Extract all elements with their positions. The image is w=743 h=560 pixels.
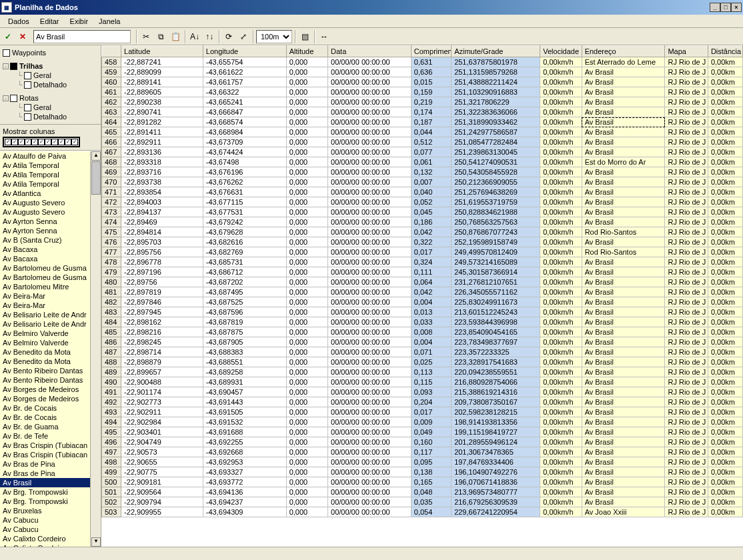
table-row[interactable]: 471-22,893854-43,6766310,00000/00/00 00:… [102, 187, 743, 197]
menu-janela[interactable]: Janela [93, 16, 125, 27]
list-item[interactable]: Av Benedito da Mota [0, 347, 101, 357]
sort-asc-icon[interactable]: A↓ [188, 30, 201, 43]
col-check-6[interactable]: ✓ [45, 139, 51, 145]
table-row[interactable]: 465-22,891411-43,6689840,00000/00/00 00:… [102, 127, 743, 137]
col-check-7[interactable]: ✓ [51, 139, 58, 145]
list-item[interactable]: Av Bento Ribeiro Dantas [0, 366, 101, 375]
col-check-1[interactable]: ✓ [11, 139, 18, 145]
column-header[interactable]: Latitude [121, 46, 203, 57]
table-row[interactable]: 479-22,897196-43,6867120,00000/00/00 00:… [102, 267, 743, 277]
list-item[interactable]: Av Br. de Cocais [0, 413, 101, 422]
table-row[interactable]: 493-22,902911-43,6915050,00000/00/00 00:… [102, 407, 743, 417]
table-row[interactable]: 496-22,904749-43,6922550,00000/00/00 00:… [102, 437, 743, 447]
table-row[interactable]: 462-22,890238-43,6652410,00000/00/00 00:… [102, 97, 743, 107]
col-check-4[interactable]: ✓ [31, 139, 38, 145]
resize-icon[interactable]: ↔ [317, 30, 331, 43]
column-header[interactable]: Distância [708, 46, 742, 57]
col-check-3[interactable]: ✓ [25, 139, 31, 145]
column-header[interactable]: Longitude [203, 46, 286, 57]
list-item[interactable]: Av Ayrton Senna [0, 226, 101, 235]
col-check-2[interactable]: ✓ [18, 139, 25, 145]
table-row[interactable]: 480-22,89756-43,6872020,00000/00/00 00:0… [102, 277, 743, 287]
list-item[interactable]: Av Borges de Medeiros [0, 385, 101, 394]
table-row[interactable]: 487-22,898714-43,6883830,00000/00/00 00:… [102, 347, 743, 357]
table-row[interactable]: 501-22,909564-43,6941360,00000/00/00 00:… [102, 487, 743, 497]
menu-dados[interactable]: Dados [3, 16, 35, 27]
tree-rotas-detalhado[interactable]: └Detalhado [3, 112, 98, 121]
scroll-thumb[interactable] [91, 161, 101, 195]
list-item[interactable]: Av Bras Crispin (Tubiacan [0, 441, 101, 450]
table-row[interactable]: 483-22,897945-43,6875960,00000/00/00 00:… [102, 307, 743, 317]
list-item[interactable]: Av Belmiro Valverde [0, 338, 101, 347]
table-row[interactable]: 463-22,890741-43,6668470,00000/00/00 00:… [102, 107, 743, 117]
table-row[interactable]: 475-22,894814-43,6796280,00000/00/00 00:… [102, 227, 743, 237]
list-item[interactable]: Av Br. de Tefe [0, 431, 101, 441]
data-grid[interactable]: LatitudeLongitudeAltitudeDataComprimento… [101, 45, 743, 547]
list-item[interactable]: Av Bruxelas [0, 506, 101, 515]
list-item[interactable]: Av Belisario Leite de Andr [0, 310, 101, 319]
table-row[interactable]: 469-22,893716-43,6761960,00000/00/00 00:… [102, 167, 743, 177]
table-row[interactable]: 485-22,898216-43,6878750,00000/00/00 00:… [102, 327, 743, 337]
table-row[interactable]: 472-22,894003-43,6771150,00000/00/00 00:… [102, 197, 743, 207]
table-row[interactable]: 458-22,887241-43,6557540,00000/00/00 00:… [102, 57, 743, 67]
tree-trilhas-detalhado[interactable]: └Detalhado [3, 80, 98, 89]
search-input[interactable] [33, 30, 131, 43]
list-item[interactable]: Av Brasil [0, 478, 101, 487]
column-header[interactable]: Altitude [286, 46, 327, 57]
table-row[interactable]: 489-22,899657-43,6892580,00000/00/00 00:… [102, 367, 743, 377]
table-row[interactable]: 490-22,900488-43,6899310,00000/00/00 00:… [102, 377, 743, 387]
table-row[interactable]: 482-22,897846-43,6875250,00000/00/00 00:… [102, 297, 743, 307]
zoom-select[interactable]: 100m [256, 30, 292, 43]
col-check-10[interactable]: ✓ [71, 139, 78, 145]
scroll-up-icon[interactable]: ▲ [91, 151, 101, 161]
paste-icon[interactable]: 📋 [169, 30, 182, 43]
list-item[interactable]: Av Belisario Leite de Andr [0, 319, 101, 329]
table-row[interactable]: 491-22,901174-43,6904570,00000/00/00 00:… [102, 387, 743, 397]
maximize-button[interactable]: □ [720, 3, 731, 12]
table-row[interactable]: 484-22,898162-43,6878190,00000/00/00 00:… [102, 317, 743, 327]
table-row[interactable]: 495-22,903401-43,6916880,00000/00/00 00:… [102, 427, 743, 437]
menu-exibir[interactable]: Exibir [65, 16, 94, 27]
list-item[interactable]: Av Atlantica [0, 189, 101, 198]
table-row[interactable]: 488-22,898879-43,6885510,00000/00/00 00:… [102, 357, 743, 367]
list-item[interactable]: Av Bras de Pina [0, 469, 101, 478]
column-header[interactable]: Azimute/Grade [452, 46, 540, 57]
table-row[interactable]: 478-22,896778-43,6857310,00000/00/00 00:… [102, 257, 743, 267]
column-header[interactable]: Endereço [582, 46, 665, 57]
list-item[interactable]: Av Bartolomeu de Gusma [0, 273, 101, 282]
table-row[interactable]: 481-22,897819-43,6874950,00000/00/00 00:… [102, 287, 743, 297]
list-item[interactable]: Av Bacaxa [0, 254, 101, 263]
table-row[interactable]: 460-22,889141-43,6617570,00000/00/00 00:… [102, 77, 743, 87]
table-row[interactable]: 468-22,893318-43,674980,00000/00/00 00:0… [102, 157, 743, 167]
table-row[interactable]: 486-22,898245-43,6879050,00000/00/00 00:… [102, 337, 743, 347]
list-item[interactable]: Av Augusto Severo [0, 198, 101, 207]
cancel-button[interactable]: ✕ [16, 30, 29, 43]
table-row[interactable]: 476-22,895703-43,6826160,00000/00/00 00:… [102, 237, 743, 247]
list-item[interactable]: Av Benedito da Mota [0, 357, 101, 366]
list-item[interactable]: Av Atila Temporal [0, 170, 101, 179]
table-row[interactable]: 461-22,889605-43,663220,00000/00/00 00:0… [102, 87, 743, 97]
col-check-9[interactable]: ✓ [65, 139, 71, 145]
table-row[interactable]: 464-22,891282-43,6685740,00000/00/00 00:… [102, 117, 743, 127]
table-row[interactable]: 477-22,895756-43,6827690,00000/00/00 00:… [102, 247, 743, 257]
column-header[interactable] [102, 46, 121, 57]
list-item[interactable]: Av Beira-Mar [0, 291, 101, 301]
tree-rotas[interactable]: -Rotas [3, 93, 98, 103]
tree-rotas-geral[interactable]: └Geral [3, 103, 98, 112]
refresh-icon[interactable]: ⟳ [222, 30, 235, 43]
list-item[interactable]: Av Atila Temporal [0, 179, 101, 189]
tree-trilhas-geral[interactable]: └Geral [3, 71, 98, 80]
list-item[interactable]: Av Cabucu [0, 515, 101, 525]
table-row[interactable]: 473-22,894137-43,6775310,00000/00/00 00:… [102, 207, 743, 217]
table-row[interactable]: 499-22,90775-43,6933270,00000/00/00 00:0… [102, 467, 743, 477]
list-item[interactable]: Av Bartolomeu de Gusma [0, 263, 101, 273]
list-item[interactable]: Av Cabucu [0, 525, 101, 534]
table-row[interactable]: 500-22,909181-43,6937720,00000/00/00 00:… [102, 477, 743, 487]
column-header[interactable]: Data [328, 46, 412, 57]
list-item[interactable]: Av Br. de Guama [0, 422, 101, 431]
list-item[interactable]: Av Bento Ribeiro Dantas [0, 375, 101, 385]
column-header[interactable]: Velocidade [540, 46, 582, 57]
list-item[interactable]: Av Ataulfo de Paiva [0, 151, 101, 161]
table-row[interactable]: 492-22,902773-43,6914430,00000/00/00 00:… [102, 397, 743, 407]
table-row[interactable]: 459-22,889099-43,6616220,00000/00/00 00:… [102, 67, 743, 77]
